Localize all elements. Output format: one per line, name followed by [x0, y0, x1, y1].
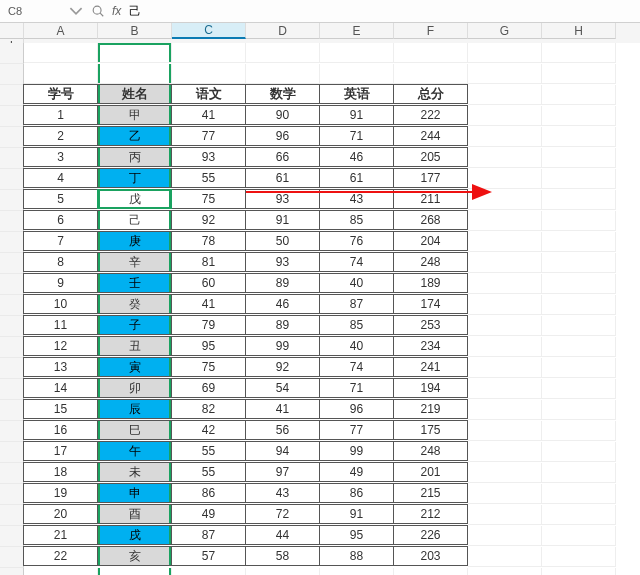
- cell-name-8[interactable]: 辛: [97, 252, 172, 272]
- cell-H20[interactable]: [468, 442, 542, 462]
- cell-math-14[interactable]: 54: [245, 378, 320, 398]
- cell-id-2[interactable]: 2: [23, 126, 98, 146]
- select-all-corner[interactable]: [0, 23, 24, 39]
- cell-id-15[interactable]: 15: [23, 399, 98, 419]
- header-col_D[interactable]: 语文: [171, 84, 246, 104]
- cell-I15[interactable]: [542, 337, 616, 357]
- cell-math-11[interactable]: 89: [245, 315, 320, 335]
- row-header-20[interactable]: [0, 442, 24, 463]
- cell-english-9[interactable]: 40: [319, 273, 394, 293]
- cell-total-9[interactable]: 189: [393, 273, 468, 293]
- cell-chinese-9[interactable]: 60: [171, 273, 246, 293]
- cell-name-1[interactable]: 甲: [97, 105, 172, 125]
- cell-english-4[interactable]: 61: [319, 168, 394, 188]
- cell-E2[interactable]: [246, 64, 320, 84]
- row-header-22[interactable]: [0, 484, 24, 505]
- cell-total-18[interactable]: 201: [393, 462, 468, 482]
- cell-name-12[interactable]: 丑: [97, 336, 172, 356]
- cell-math-6[interactable]: 91: [245, 210, 320, 230]
- cell-total-13[interactable]: 241: [393, 357, 468, 377]
- cell-id-12[interactable]: 12: [23, 336, 98, 356]
- cell-name-14[interactable]: 卯: [97, 378, 172, 398]
- header-col_C[interactable]: 姓名: [97, 84, 172, 104]
- row-header-14[interactable]: [0, 316, 24, 337]
- formula-input[interactable]: [127, 1, 640, 21]
- cell-total-17[interactable]: 248: [393, 441, 468, 461]
- row-header-1[interactable]: [0, 43, 24, 64]
- header-col_F[interactable]: 英语: [319, 84, 394, 104]
- cell-id-14[interactable]: 14: [23, 378, 98, 398]
- cell-name-15[interactable]: 辰: [97, 399, 172, 419]
- cell-english-21[interactable]: 95: [319, 525, 394, 545]
- cell-math-12[interactable]: 99: [245, 336, 320, 356]
- cell-H17[interactable]: [468, 379, 542, 399]
- cell-math-1[interactable]: 90: [245, 105, 320, 125]
- cell-math-18[interactable]: 97: [245, 462, 320, 482]
- cell-math-13[interactable]: 92: [245, 357, 320, 377]
- spreadsheet-grid[interactable]: 学号姓名语文数学英语总分1甲4190912222乙7796712443丙9366…: [0, 43, 640, 575]
- cell-F2[interactable]: [320, 64, 394, 84]
- cell-chinese-2[interactable]: 77: [171, 126, 246, 146]
- cell-C2[interactable]: [98, 64, 172, 84]
- cell-total-1[interactable]: 222: [393, 105, 468, 125]
- cell-total-16[interactable]: 175: [393, 420, 468, 440]
- cell-E1[interactable]: [246, 43, 320, 63]
- dropdown-icon[interactable]: [68, 3, 84, 19]
- cell-H14[interactable]: [468, 316, 542, 336]
- cell-name-19[interactable]: 申: [97, 483, 172, 503]
- cell-H19[interactable]: [468, 421, 542, 441]
- row-header-23[interactable]: [0, 505, 24, 526]
- cell-chinese-14[interactable]: 69: [171, 378, 246, 398]
- header-col_B[interactable]: 学号: [23, 84, 98, 104]
- cell-name-22[interactable]: 亥: [97, 546, 172, 566]
- cell-english-20[interactable]: 91: [319, 504, 394, 524]
- cell-chinese-1[interactable]: 41: [171, 105, 246, 125]
- cell-I25[interactable]: [542, 547, 616, 567]
- cell-I4[interactable]: [542, 106, 616, 126]
- cell-total-14[interactable]: 194: [393, 378, 468, 398]
- cell-name-6[interactable]: 己: [97, 210, 172, 230]
- row-header-4[interactable]: [0, 106, 24, 127]
- cell-B26[interactable]: [24, 568, 98, 575]
- cell-chinese-4[interactable]: 55: [171, 168, 246, 188]
- cell-B1[interactable]: [24, 43, 98, 63]
- cell-english-8[interactable]: 74: [319, 252, 394, 272]
- cell-math-16[interactable]: 56: [245, 420, 320, 440]
- cell-id-11[interactable]: 11: [23, 315, 98, 335]
- column-header-G[interactable]: G: [468, 23, 542, 39]
- cell-english-2[interactable]: 71: [319, 126, 394, 146]
- cell-name-20[interactable]: 酉: [97, 504, 172, 524]
- cell-I11[interactable]: [542, 253, 616, 273]
- cell-D26[interactable]: [172, 568, 246, 575]
- row-header-11[interactable]: [0, 253, 24, 274]
- cell-total-5[interactable]: 211: [393, 189, 468, 209]
- row-header-24[interactable]: [0, 526, 24, 547]
- cell-I16[interactable]: [542, 358, 616, 378]
- cell-H1[interactable]: [468, 43, 542, 63]
- cell-chinese-11[interactable]: 79: [171, 315, 246, 335]
- cell-I19[interactable]: [542, 421, 616, 441]
- cell-I17[interactable]: [542, 379, 616, 399]
- cell-total-2[interactable]: 244: [393, 126, 468, 146]
- cell-english-11[interactable]: 85: [319, 315, 394, 335]
- cell-math-4[interactable]: 61: [245, 168, 320, 188]
- search-icon[interactable]: [90, 3, 106, 19]
- cell-math-20[interactable]: 72: [245, 504, 320, 524]
- cell-chinese-20[interactable]: 49: [171, 504, 246, 524]
- fx-icon[interactable]: fx: [112, 4, 121, 18]
- cell-H8[interactable]: [468, 190, 542, 210]
- cell-english-15[interactable]: 96: [319, 399, 394, 419]
- name-box[interactable]: C8: [4, 2, 62, 20]
- cell-I9[interactable]: [542, 211, 616, 231]
- cell-total-4[interactable]: 177: [393, 168, 468, 188]
- column-header-D[interactable]: D: [246, 23, 320, 39]
- cell-id-16[interactable]: 16: [23, 420, 98, 440]
- cell-name-21[interactable]: 戌: [97, 525, 172, 545]
- cell-id-13[interactable]: 13: [23, 357, 98, 377]
- cell-math-21[interactable]: 44: [245, 525, 320, 545]
- cell-I5[interactable]: [542, 127, 616, 147]
- row-header-21[interactable]: [0, 463, 24, 484]
- cell-english-17[interactable]: 99: [319, 441, 394, 461]
- cell-I2[interactable]: [542, 64, 616, 84]
- cell-math-5[interactable]: 93: [245, 189, 320, 209]
